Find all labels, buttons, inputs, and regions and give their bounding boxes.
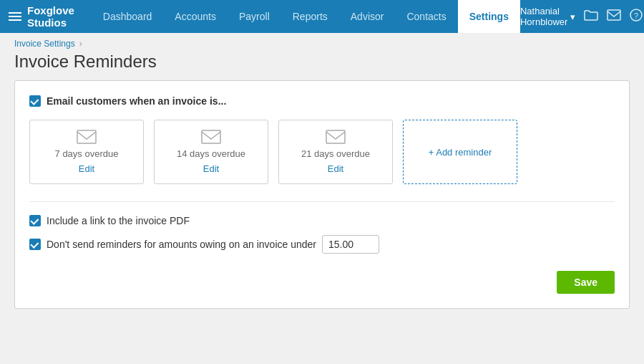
reminder-days-1: 7 days overdue: [55, 148, 119, 159]
min-amount-input[interactable]: [322, 235, 379, 254]
nav-menu: Dashboard Accounts Payroll Reports Advis…: [92, 0, 520, 33]
reminder-edit-1[interactable]: Edit: [79, 163, 94, 174]
breadcrumb-parent-link[interactable]: Invoice Settings: [14, 39, 75, 49]
user-dropdown-arrow: ▾: [570, 11, 575, 22]
top-bar-left: Foxglove Studios Dashboard Accounts Payr…: [9, 0, 520, 33]
help-icon[interactable]: ?: [630, 9, 643, 24]
save-button[interactable]: Save: [557, 271, 615, 294]
email-section-header: Email customers when an invoice is...: [29, 95, 615, 107]
mail-icon-top[interactable]: [607, 9, 621, 24]
reminder-days-3: 21 days overdue: [301, 148, 370, 159]
min-amount-row: Don't send reminders for amounts owing o…: [29, 235, 615, 254]
email-customers-checkbox[interactable]: [29, 95, 41, 107]
reminder-days-2: 14 days overdue: [177, 148, 245, 159]
reminder-card-2: 14 days overdue Edit: [154, 120, 268, 184]
svg-text:?: ?: [634, 11, 638, 20]
nav-item-reports[interactable]: Reports: [281, 0, 339, 33]
svg-rect-3: [77, 130, 96, 143]
add-reminder-text: + Add reminder: [429, 147, 492, 158]
email-customers-label: Email customers when an invoice is...: [47, 95, 226, 107]
min-amount-label: Don't send reminders for amounts owing o…: [47, 239, 316, 250]
options-section: Include a link to the invoice PDF Don't …: [29, 201, 615, 254]
reminders-row: 7 days overdue Edit 14 days overdue Edit…: [29, 120, 615, 184]
svg-rect-0: [608, 10, 620, 20]
breadcrumb: Invoice Settings ›: [0, 33, 644, 49]
top-bar-right: Nathanial Hornblower ▾ ?: [520, 6, 643, 27]
envelope-icon-1: [77, 130, 97, 144]
include-pdf-row: Include a link to the invoice PDF: [29, 215, 615, 226]
envelope-icon-3: [326, 130, 346, 144]
top-bar: Foxglove Studios Dashboard Accounts Payr…: [0, 0, 644, 33]
min-amount-checkbox[interactable]: [29, 239, 41, 250]
app-logo-text: Foxglove Studios: [27, 4, 74, 29]
nav-item-contacts[interactable]: Contacts: [395, 0, 457, 33]
main-card: Email customers when an invoice is... 7 …: [14, 80, 630, 309]
reminder-edit-2[interactable]: Edit: [203, 163, 219, 174]
nav-item-payroll[interactable]: Payroll: [228, 0, 281, 33]
hamburger-icon[interactable]: [9, 12, 21, 21]
page-title-bar: Invoice Reminders: [0, 49, 644, 80]
add-reminder-card[interactable]: + Add reminder: [403, 120, 517, 184]
content-area: Email customers when an invoice is... 7 …: [0, 80, 644, 323]
reminder-edit-3[interactable]: Edit: [328, 163, 343, 174]
save-area: Save: [29, 271, 615, 294]
svg-rect-4: [202, 130, 220, 143]
nav-item-advisor[interactable]: Advisor: [339, 0, 396, 33]
app-logo: Foxglove Studios: [27, 4, 74, 29]
reminder-card-3: 21 days overdue Edit: [278, 120, 393, 184]
page-title: Invoice Reminders: [14, 52, 630, 72]
breadcrumb-separator: ›: [79, 39, 82, 49]
nav-item-settings[interactable]: Settings: [458, 0, 520, 33]
nav-item-accounts[interactable]: Accounts: [163, 0, 228, 33]
envelope-icon-2: [201, 130, 221, 144]
nav-item-dashboard[interactable]: Dashboard: [92, 0, 164, 33]
include-pdf-checkbox[interactable]: [29, 215, 41, 226]
svg-rect-5: [326, 130, 345, 143]
include-pdf-label: Include a link to the invoice PDF: [47, 215, 190, 226]
reminder-card-1: 7 days overdue Edit: [29, 120, 144, 184]
user-name[interactable]: Nathanial Hornblower ▾: [520, 6, 575, 27]
folder-icon[interactable]: [584, 9, 598, 24]
